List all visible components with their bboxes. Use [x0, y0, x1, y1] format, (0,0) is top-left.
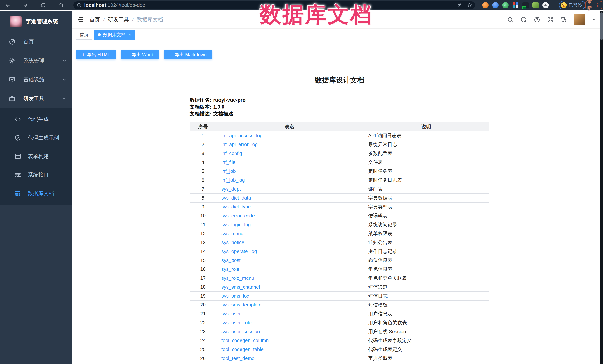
row-description: 短信日志 — [363, 292, 489, 300]
table-row: 11 sys_login_log 系统访问记录 — [190, 220, 489, 229]
sidebar-item-label: 首页 — [23, 38, 34, 45]
row-number: 10 — [190, 211, 216, 220]
table-name-link[interactable]: inf_job — [221, 168, 236, 174]
breadcrumb-home[interactable]: 首页 — [90, 16, 100, 23]
table-name-link[interactable]: sys_sms_channel — [221, 284, 260, 290]
sidebar-item-code-generation[interactable]: 代码生成 — [0, 110, 72, 128]
row-number: 18 — [190, 283, 216, 292]
table-name-link[interactable]: tool_codegen_column — [221, 338, 269, 343]
tag-close-icon[interactable]: × — [129, 32, 131, 37]
extension-icon[interactable]: ✓ — [502, 2, 509, 8]
breadcrumb: 首页 / 研发工具 / 数据库文档 — [90, 16, 163, 23]
bookmark-star-icon[interactable] — [467, 2, 472, 8]
row-number: 1 — [190, 131, 216, 140]
browser-reload-button[interactable] — [39, 1, 47, 9]
table-row: 3 inf_config 参数配置表 — [190, 149, 489, 158]
user-menu-caret-icon[interactable] — [591, 17, 596, 22]
extension-icon[interactable]: on — [522, 2, 529, 8]
sidebar-item-label: 系统接口 — [28, 171, 49, 178]
table-name-link[interactable]: sys_user — [221, 311, 241, 317]
table-name-link[interactable]: sys_user_role — [221, 320, 252, 325]
extension-icon[interactable] — [533, 2, 539, 8]
sidebar-collapse-icon[interactable] — [76, 16, 84, 24]
table-name-link[interactable]: inf_config — [221, 151, 242, 156]
page-scrollbar[interactable] — [600, 11, 603, 364]
table-name-link[interactable]: sys_dept — [221, 186, 241, 192]
user-avatar[interactable] — [574, 14, 585, 25]
table-row: 7 sys_dept 部门表 — [190, 185, 489, 194]
address-bar[interactable]: localhost:1024/tool/db-doc — [73, 1, 475, 9]
extension-icon[interactable] — [512, 2, 519, 8]
sidebar-item-code-generation-demo[interactable]: 代码生成示例 — [0, 128, 72, 147]
table-name-link[interactable]: tool_test_demo — [221, 355, 255, 361]
table-name-link[interactable]: sys_sms_template — [221, 302, 261, 308]
fullscreen-icon[interactable] — [547, 16, 554, 23]
table-name-link[interactable]: sys_error_code — [221, 213, 255, 219]
table-name-link[interactable]: sys_notice — [221, 240, 244, 245]
sidebar-item-label: 代码生成 — [28, 116, 49, 123]
tag-home[interactable]: 首页 — [76, 30, 92, 40]
row-description: 岗位信息表 — [363, 256, 489, 265]
table-name-link[interactable]: sys_post — [221, 257, 241, 263]
font-size-icon[interactable] — [560, 16, 567, 23]
row-description: 菜单权限表 — [363, 229, 489, 238]
sidebar-item-dev-tools[interactable]: 研发工具 — [0, 89, 72, 108]
row-description: 用户信息表 — [363, 309, 489, 318]
table-name-link[interactable]: sys_role_menu — [221, 275, 254, 281]
row-description: 用户在线 Session — [363, 327, 489, 336]
extensions-puzzle-icon[interactable]: ✚ — [543, 2, 549, 8]
export-word-button[interactable]: +导出 Word — [121, 50, 159, 59]
meta-value: 文档描述 — [213, 110, 233, 117]
sidebar-item-infrastructure[interactable]: 基础设施 — [0, 70, 72, 89]
extension-icon[interactable] — [492, 2, 499, 8]
paused-status-badge[interactable]: 已暂停 — [559, 1, 586, 10]
table-name-link[interactable]: sys_dict_type — [221, 204, 251, 210]
help-icon[interactable] — [533, 16, 541, 23]
sliders-icon — [14, 172, 21, 178]
app-logo-row[interactable]: 芋道管理系统 — [0, 11, 72, 32]
table-row: 12 sys_menu 菜单权限表 — [190, 229, 489, 238]
export-html-button[interactable]: +导出 HTML — [76, 50, 116, 59]
table-name-link[interactable]: tool_codegen_table — [221, 347, 264, 352]
table-name-link[interactable]: inf_api_access_log — [221, 133, 263, 138]
browser-home-button[interactable] — [57, 1, 64, 9]
search-icon[interactable] — [507, 16, 514, 23]
site-info-icon[interactable] — [77, 3, 81, 8]
tag-db-doc[interactable]: 数据库文档 × — [94, 30, 135, 40]
sidebar-item-home[interactable]: 首页 — [0, 32, 72, 51]
row-number: 17 — [190, 274, 216, 283]
browser-update-button[interactable]: 更新 ⋮ — [585, 1, 602, 10]
password-key-icon[interactable] — [457, 2, 462, 8]
breadcrumb-dev-tools[interactable]: 研发工具 — [108, 16, 129, 23]
sidebar-item-db-doc[interactable]: 数据库文档 — [0, 184, 72, 203]
github-icon[interactable] — [520, 16, 527, 23]
table-name-link[interactable]: sys_menu — [221, 231, 244, 236]
table-name-link[interactable]: inf_api_error_log — [221, 142, 258, 147]
scrollbar-thumb[interactable] — [600, 12, 603, 40]
table-grid-icon — [14, 190, 21, 197]
row-description: 角色和菜单关联表 — [363, 274, 489, 283]
sidebar-item-form-builder[interactable]: 表单构建 — [0, 147, 72, 165]
table-name-link[interactable]: inf_file — [221, 159, 235, 165]
table-name-link[interactable]: sys_sms_log — [221, 293, 249, 299]
extension-icon[interactable] — [482, 2, 488, 8]
sidebar-item-system[interactable]: 系统管理 — [0, 51, 72, 70]
column-header-name: 表名 — [216, 122, 363, 131]
browser-back-button[interactable] — [4, 1, 12, 9]
table-name-link[interactable]: sys_operate_log — [221, 249, 257, 254]
row-description: 短信模板 — [363, 300, 489, 309]
toolbox-icon — [9, 95, 16, 102]
main-area: 首页 / 研发工具 / 数据库文档 首页 数据库文档 × — [72, 11, 603, 364]
table-name-link[interactable]: sys_dict_data — [221, 195, 251, 201]
table-name-link[interactable]: sys_user_session — [221, 329, 260, 334]
navbar-actions — [507, 14, 596, 25]
table-name-link[interactable]: sys_login_log — [221, 222, 251, 227]
browser-forward-button[interactable] — [22, 1, 29, 9]
row-number: 23 — [190, 327, 216, 336]
table-name-link[interactable]: sys_role — [221, 266, 239, 272]
browser-menu-icon[interactable]: ⋮ — [595, 2, 600, 8]
table-name-link[interactable]: inf_job_log — [221, 177, 245, 183]
sidebar-item-system-api[interactable]: 系统接口 — [0, 165, 72, 184]
table-row: 17 sys_role_menu 角色和菜单关联表 — [190, 274, 489, 283]
export-markdown-button[interactable]: +导出 Markdown — [164, 50, 212, 59]
